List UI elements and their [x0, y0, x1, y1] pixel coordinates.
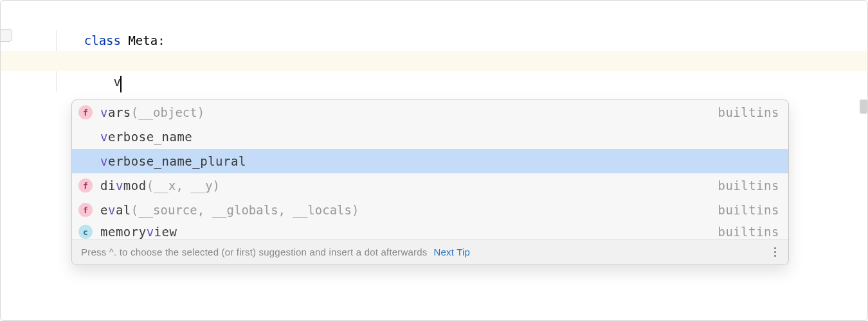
code-line: ordering = ["horn_length"] — [1, 30, 867, 51]
completion-params: (__x, __y) — [147, 178, 220, 193]
function-icon: f — [78, 178, 93, 193]
function-icon: f — [78, 203, 93, 217]
completion-name: divmod — [100, 178, 147, 193]
completion-item[interactable]: cmemoryviewbuiltins — [72, 222, 788, 239]
completion-name: vars — [100, 105, 131, 119]
scrollbar-thumb[interactable] — [860, 100, 867, 114]
completion-source: builtins — [718, 105, 779, 119]
warning-squiggle — [12, 70, 68, 75]
completion-params: (__source, __globals, __locals) — [131, 203, 359, 217]
completion-source: builtins — [718, 225, 779, 239]
more-icon[interactable] — [768, 245, 782, 259]
code-editor[interactable]: class Meta: ordering = ["horn_length"] v — [1, 1, 867, 71]
completion-item[interactable]: fdivmod(__x, __y)builtins — [72, 173, 788, 198]
completion-source: builtins — [718, 178, 779, 193]
completion-popup: fvars(__object)builtinsverbose_nameverbo… — [71, 100, 789, 265]
code-line: class Meta: — [1, 10, 867, 30]
completion-item[interactable]: feval(__source, __globals, __locals)buil… — [72, 198, 788, 222]
completion-params: (__object) — [131, 105, 204, 119]
footer-hint-text: Press ^. to choose the selected (or firs… — [81, 247, 428, 257]
next-tip-link[interactable]: Next Tip — [434, 247, 471, 257]
icon-spacer — [78, 154, 93, 168]
completion-list: fvars(__object)builtinsverbose_nameverbo… — [72, 100, 788, 239]
caret — [120, 76, 122, 92]
completion-item[interactable]: verbose_name_plural — [72, 149, 788, 173]
completion-name: memoryview — [100, 225, 177, 239]
completion-name: eval — [100, 203, 131, 217]
code-line-active: v — [1, 51, 867, 71]
completion-source: builtins — [718, 203, 779, 217]
completion-item[interactable]: verbose_name — [72, 125, 788, 149]
completion-name: verbose_name — [100, 130, 192, 144]
typed-char: v — [114, 74, 121, 89]
completion-item[interactable]: fvars(__object)builtins — [72, 100, 788, 125]
icon-spacer — [78, 130, 93, 144]
indent — [84, 74, 114, 89]
completion-footer: Press ^. to choose the selected (or firs… — [72, 239, 788, 265]
function-icon: f — [78, 105, 93, 119]
completion-name: verbose_name_plural — [100, 154, 246, 168]
class-icon: c — [78, 225, 93, 239]
